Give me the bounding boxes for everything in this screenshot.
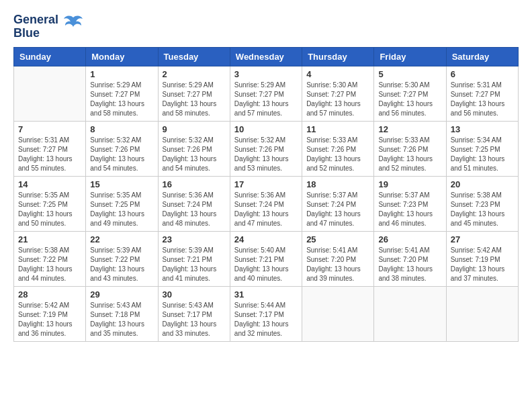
day-number: 12 — [378, 124, 441, 134]
weekday-header: Wednesday — [230, 47, 302, 66]
day-number: 26 — [378, 234, 441, 244]
day-info: Sunrise: 5:43 AM Sunset: 7:17 PM Dayligh… — [163, 301, 226, 338]
calendar-day-cell — [374, 286, 446, 341]
calendar-day-cell: 17Sunrise: 5:36 AM Sunset: 7:24 PM Dayli… — [230, 176, 302, 231]
day-info: Sunrise: 5:37 AM Sunset: 7:24 PM Dayligh… — [306, 191, 369, 228]
calendar-day-cell — [14, 66, 86, 121]
day-number: 7 — [18, 124, 81, 134]
weekday-header: Tuesday — [158, 47, 230, 66]
day-info: Sunrise: 5:37 AM Sunset: 7:23 PM Dayligh… — [378, 191, 441, 228]
day-info: Sunrise: 5:44 AM Sunset: 7:17 PM Dayligh… — [234, 301, 298, 338]
weekday-header: Saturday — [446, 47, 518, 66]
calendar-table: SundayMondayTuesdayWednesdayThursdayFrid… — [13, 47, 519, 342]
weekday-header: Sunday — [14, 47, 86, 66]
day-info: Sunrise: 5:29 AM Sunset: 7:27 PM Dayligh… — [163, 81, 226, 118]
day-info: Sunrise: 5:32 AM Sunset: 7:26 PM Dayligh… — [90, 136, 153, 173]
calendar-day-cell: 14Sunrise: 5:35 AM Sunset: 7:25 PM Dayli… — [14, 176, 86, 231]
calendar-day-cell: 27Sunrise: 5:42 AM Sunset: 7:19 PM Dayli… — [446, 231, 518, 286]
weekday-header: Friday — [374, 47, 446, 66]
day-number: 13 — [451, 124, 514, 134]
calendar-day-cell: 10Sunrise: 5:32 AM Sunset: 7:26 PM Dayli… — [230, 121, 302, 176]
calendar-week-row: 21Sunrise: 5:38 AM Sunset: 7:22 PM Dayli… — [14, 231, 519, 286]
calendar-day-cell: 15Sunrise: 5:35 AM Sunset: 7:25 PM Dayli… — [86, 176, 158, 231]
calendar-day-cell: 16Sunrise: 5:36 AM Sunset: 7:24 PM Dayli… — [158, 176, 230, 231]
day-info: Sunrise: 5:30 AM Sunset: 7:27 PM Dayligh… — [378, 81, 441, 118]
calendar-day-cell: 29Sunrise: 5:43 AM Sunset: 7:18 PM Dayli… — [86, 286, 158, 341]
day-number: 21 — [18, 234, 81, 244]
day-number: 18 — [306, 179, 369, 189]
day-info: Sunrise: 5:30 AM Sunset: 7:27 PM Dayligh… — [306, 81, 369, 118]
day-number: 25 — [306, 234, 369, 244]
calendar-day-cell — [446, 286, 518, 341]
day-info: Sunrise: 5:36 AM Sunset: 7:24 PM Dayligh… — [163, 191, 226, 228]
calendar-day-cell: 25Sunrise: 5:41 AM Sunset: 7:20 PM Dayli… — [302, 231, 374, 286]
day-info: Sunrise: 5:42 AM Sunset: 7:19 PM Dayligh… — [451, 246, 514, 283]
day-number: 22 — [90, 234, 153, 244]
day-number: 24 — [234, 234, 298, 244]
day-info: Sunrise: 5:33 AM Sunset: 7:26 PM Dayligh… — [306, 136, 369, 173]
calendar-day-cell: 31Sunrise: 5:44 AM Sunset: 7:17 PM Dayli… — [230, 286, 302, 341]
calendar-day-cell: 1Sunrise: 5:29 AM Sunset: 7:27 PM Daylig… — [86, 66, 158, 121]
logo: GeneralBlue — [13, 13, 85, 40]
calendar-day-cell: 20Sunrise: 5:38 AM Sunset: 7:23 PM Dayli… — [446, 176, 518, 231]
calendar-day-cell: 22Sunrise: 5:39 AM Sunset: 7:22 PM Dayli… — [86, 231, 158, 286]
day-number: 4 — [306, 69, 369, 79]
weekday-header: Monday — [86, 47, 158, 66]
page-header: GeneralBlue — [13, 13, 519, 40]
day-number: 9 — [163, 124, 226, 134]
logo-bird-icon — [61, 12, 85, 36]
calendar-day-cell: 12Sunrise: 5:33 AM Sunset: 7:26 PM Dayli… — [374, 121, 446, 176]
calendar-day-cell: 6Sunrise: 5:31 AM Sunset: 7:27 PM Daylig… — [446, 66, 518, 121]
calendar-day-cell: 28Sunrise: 5:42 AM Sunset: 7:19 PM Dayli… — [14, 286, 86, 341]
day-info: Sunrise: 5:42 AM Sunset: 7:19 PM Dayligh… — [18, 301, 81, 338]
calendar-week-row: 1Sunrise: 5:29 AM Sunset: 7:27 PM Daylig… — [14, 66, 519, 121]
day-number: 31 — [234, 289, 298, 300]
day-number: 14 — [18, 179, 81, 189]
calendar-day-cell: 2Sunrise: 5:29 AM Sunset: 7:27 PM Daylig… — [158, 66, 230, 121]
day-info: Sunrise: 5:33 AM Sunset: 7:26 PM Dayligh… — [378, 136, 441, 173]
calendar-week-row: 7Sunrise: 5:31 AM Sunset: 7:27 PM Daylig… — [14, 121, 519, 176]
calendar-day-cell: 26Sunrise: 5:41 AM Sunset: 7:20 PM Dayli… — [374, 231, 446, 286]
day-info: Sunrise: 5:35 AM Sunset: 7:25 PM Dayligh… — [90, 191, 153, 228]
day-number: 30 — [163, 289, 226, 300]
day-info: Sunrise: 5:32 AM Sunset: 7:26 PM Dayligh… — [163, 136, 226, 173]
day-info: Sunrise: 5:39 AM Sunset: 7:21 PM Dayligh… — [163, 246, 226, 283]
day-info: Sunrise: 5:31 AM Sunset: 7:27 PM Dayligh… — [451, 81, 514, 118]
calendar-day-cell: 8Sunrise: 5:32 AM Sunset: 7:26 PM Daylig… — [86, 121, 158, 176]
day-info: Sunrise: 5:39 AM Sunset: 7:22 PM Dayligh… — [90, 246, 153, 283]
calendar-day-cell: 5Sunrise: 5:30 AM Sunset: 7:27 PM Daylig… — [374, 66, 446, 121]
calendar-day-cell: 7Sunrise: 5:31 AM Sunset: 7:27 PM Daylig… — [14, 121, 86, 176]
calendar-day-cell: 9Sunrise: 5:32 AM Sunset: 7:26 PM Daylig… — [158, 121, 230, 176]
calendar-week-row: 14Sunrise: 5:35 AM Sunset: 7:25 PM Dayli… — [14, 176, 519, 231]
calendar-day-cell: 13Sunrise: 5:34 AM Sunset: 7:25 PM Dayli… — [446, 121, 518, 176]
day-info: Sunrise: 5:41 AM Sunset: 7:20 PM Dayligh… — [306, 246, 369, 283]
calendar-day-cell: 24Sunrise: 5:40 AM Sunset: 7:21 PM Dayli… — [230, 231, 302, 286]
day-number: 3 — [234, 69, 298, 79]
day-number: 16 — [163, 179, 226, 189]
day-number: 17 — [234, 179, 298, 189]
day-info: Sunrise: 5:40 AM Sunset: 7:21 PM Dayligh… — [234, 246, 298, 283]
day-number: 1 — [90, 69, 153, 79]
day-info: Sunrise: 5:41 AM Sunset: 7:20 PM Dayligh… — [378, 246, 441, 283]
day-number: 29 — [90, 289, 153, 300]
day-info: Sunrise: 5:43 AM Sunset: 7:18 PM Dayligh… — [90, 301, 153, 338]
calendar-header-row: SundayMondayTuesdayWednesdayThursdayFrid… — [14, 47, 519, 66]
day-info: Sunrise: 5:34 AM Sunset: 7:25 PM Dayligh… — [451, 136, 514, 173]
calendar-week-row: 28Sunrise: 5:42 AM Sunset: 7:19 PM Dayli… — [14, 286, 519, 341]
day-info: Sunrise: 5:38 AM Sunset: 7:23 PM Dayligh… — [451, 191, 514, 228]
day-info: Sunrise: 5:29 AM Sunset: 7:27 PM Dayligh… — [90, 81, 153, 118]
calendar-day-cell: 3Sunrise: 5:29 AM Sunset: 7:27 PM Daylig… — [230, 66, 302, 121]
calendar-day-cell: 23Sunrise: 5:39 AM Sunset: 7:21 PM Dayli… — [158, 231, 230, 286]
calendar-day-cell: 30Sunrise: 5:43 AM Sunset: 7:17 PM Dayli… — [158, 286, 230, 341]
day-number: 5 — [378, 69, 441, 79]
day-number: 20 — [451, 179, 514, 189]
day-number: 6 — [451, 69, 514, 79]
day-info: Sunrise: 5:31 AM Sunset: 7:27 PM Dayligh… — [18, 136, 81, 173]
day-number: 27 — [451, 234, 514, 244]
calendar-day-cell: 19Sunrise: 5:37 AM Sunset: 7:23 PM Dayli… — [374, 176, 446, 231]
calendar-day-cell: 21Sunrise: 5:38 AM Sunset: 7:22 PM Dayli… — [14, 231, 86, 286]
day-number: 2 — [163, 69, 226, 79]
day-info: Sunrise: 5:29 AM Sunset: 7:27 PM Dayligh… — [234, 81, 298, 118]
day-number: 8 — [90, 124, 153, 134]
weekday-header: Thursday — [302, 47, 374, 66]
